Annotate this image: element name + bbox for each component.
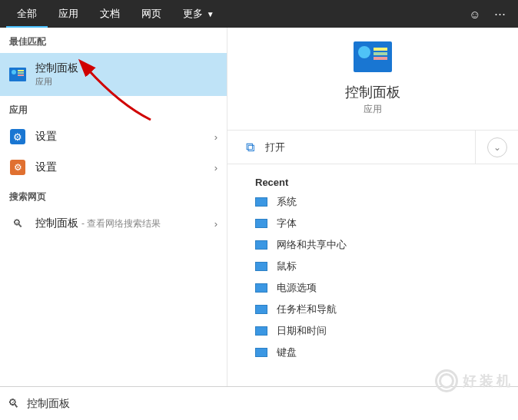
tab-all[interactable]: 全部 (6, 0, 48, 28)
panel-item-icon (255, 305, 267, 314)
chevron-down-icon: ▼ (204, 10, 214, 18)
recent-item[interactable]: 鼠标 (227, 256, 518, 277)
search-icon: 🔍︎ (9, 215, 26, 232)
tab-more[interactable]: 更多 ▼ (172, 0, 225, 28)
panel-item-icon (255, 262, 267, 271)
tab-web[interactable]: 网页 (131, 0, 172, 28)
tab-docs[interactable]: 文档 (89, 0, 131, 28)
result-subtitle: - 查看网络搜索结果 (81, 217, 161, 230)
recent-item[interactable]: 网络和共享中心 (227, 234, 518, 256)
panel-item-icon (255, 283, 267, 293)
feedback-icon[interactable]: ☺ (463, 8, 487, 21)
control-panel-icon (9, 66, 26, 83)
recent-item[interactable]: 键盘 (227, 342, 518, 363)
results-list: 最佳匹配 控制面板 应用 应用 ⚙ 设置 › ⚙ 设置 › 搜索网页 🔍︎ 控制… (0, 28, 227, 386)
preview-header: 控制面板 应用 (227, 41, 518, 131)
result-subtitle: 应用 (35, 76, 217, 88)
recent-heading: Recent (227, 164, 518, 191)
chevron-right-icon: › (214, 131, 217, 143)
recent-item[interactable]: 日期和时间 (227, 320, 518, 342)
result-title: 控制面板 (35, 61, 217, 75)
gear-icon: ⚙ (9, 159, 26, 176)
result-control-panel[interactable]: 控制面板 应用 (0, 53, 227, 96)
panel-item-icon (255, 348, 267, 357)
search-icon: 🔍︎ (8, 397, 19, 410)
expand-actions-button[interactable]: ⌄ (475, 131, 518, 164)
preview-subtitle: 应用 (227, 103, 518, 116)
search-input[interactable] (27, 398, 510, 410)
search-filter-tabs: 全部 应用 文档 网页 更多 ▼ ☺ ⋯ (0, 0, 518, 28)
section-web: 搜索网页 (0, 183, 227, 208)
chevron-right-icon: › (214, 218, 217, 230)
chevron-down-icon: ⌄ (487, 137, 507, 157)
recent-item[interactable]: 字体 (227, 213, 518, 234)
preview-title: 控制面板 (227, 83, 518, 101)
more-options-icon[interactable]: ⋯ (487, 7, 512, 21)
preview-pane: 控制面板 应用 ⧉ 打开 ⌄ Recent 系统 字体 网络和共享中心 鼠标 电… (227, 28, 518, 386)
chevron-right-icon: › (214, 162, 217, 174)
tab-apps[interactable]: 应用 (48, 0, 89, 28)
section-apps: 应用 (0, 96, 227, 121)
recent-item[interactable]: 任务栏和导航 (227, 299, 518, 320)
control-panel-icon (354, 41, 392, 72)
section-best-match: 最佳匹配 (0, 28, 227, 53)
panel-item-icon (255, 219, 267, 228)
panel-item-icon (255, 326, 267, 336)
recent-item[interactable]: 电源选项 (227, 277, 518, 299)
search-results-body: 最佳匹配 控制面板 应用 应用 ⚙ 设置 › ⚙ 设置 › 搜索网页 🔍︎ 控制… (0, 28, 518, 386)
result-title: 设置 (35, 130, 214, 144)
result-web-search[interactable]: 🔍︎ 控制面板 - 查看网络搜索结果 › (0, 208, 227, 239)
result-settings-2[interactable]: ⚙ 设置 › (0, 152, 227, 183)
open-icon: ⧉ (246, 141, 254, 154)
panel-item-icon (255, 197, 267, 207)
result-title: 控制面板 (35, 217, 78, 230)
result-title: 设置 (35, 160, 214, 174)
search-bar: 🔍︎ (0, 386, 518, 420)
recent-item[interactable]: 系统 (227, 191, 518, 213)
panel-item-icon (255, 240, 267, 250)
result-settings-1[interactable]: ⚙ 设置 › (0, 121, 227, 152)
open-button[interactable]: ⧉ 打开 (227, 141, 475, 154)
preview-actions: ⧉ 打开 ⌄ (227, 131, 518, 164)
gear-icon: ⚙ (9, 128, 26, 145)
